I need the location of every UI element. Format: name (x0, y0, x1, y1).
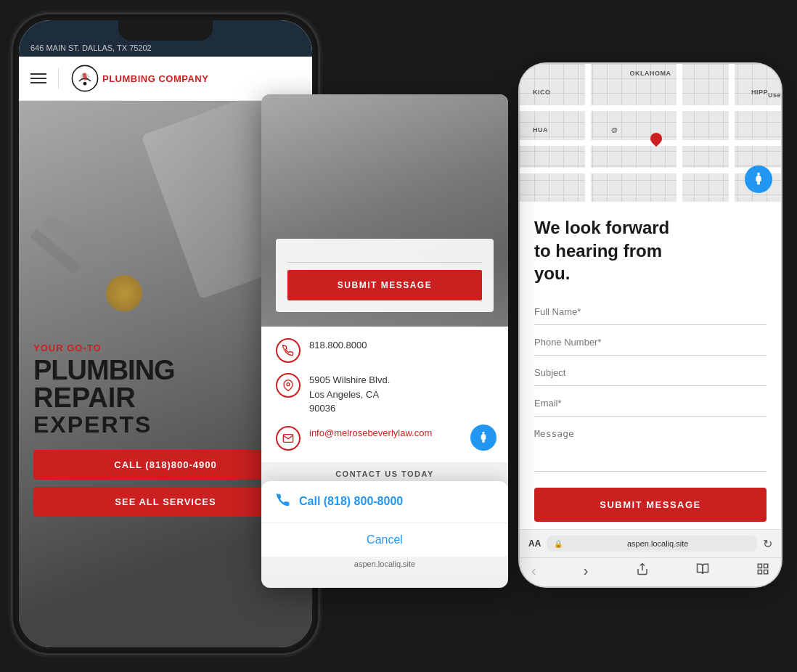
call-sheet-row[interactable]: Call (818) 800-8000 (261, 481, 508, 523)
middle-card: SUBMIT MESSAGE 818.800.8000 5905 Wilshir… (261, 94, 508, 588)
phone-input[interactable] (534, 329, 767, 356)
middle-submit-btn[interactable]: SUBMIT MESSAGE (287, 270, 482, 300)
tabs-icon[interactable] (756, 562, 769, 579)
road-v2 (677, 64, 682, 202)
contact-label: CONTACT US TODAY (261, 462, 508, 481)
svg-rect-8 (764, 564, 767, 567)
back-icon[interactable]: ‹ (531, 562, 536, 579)
right-heading: We look forward to hearing from you. (534, 216, 767, 284)
url-bar-mid: aspen.localiq.site (261, 557, 508, 571)
contact-section: 818.800.8000 5905 Wilshire Blvd. Los Ang… (261, 327, 508, 462)
book-icon[interactable] (696, 562, 709, 579)
accessibility-btn-mid[interactable] (470, 425, 496, 451)
hero-title-line1: PLUMBING (33, 356, 298, 384)
hero-title-line2: REPAIR (33, 384, 298, 411)
call-sheet: Call (818) 800-8000 Cancel (261, 481, 508, 557)
svg-point-5 (757, 173, 760, 176)
road-h1 (520, 105, 781, 111)
location-icon-circle (276, 373, 301, 398)
map-label-oklahoma: OKLAHOMA (630, 70, 671, 77)
email-contact-row: info@melrosebeverlylaw.com (276, 426, 494, 451)
phone-contact-row: 818.800.8000 (276, 338, 494, 363)
logo-area: PLUMBING COMPANY (70, 64, 208, 93)
right-form: We look forward to hearing from you. SUB… (520, 202, 781, 529)
url-box[interactable]: 🔒 aspen.localiq.site (547, 536, 757, 552)
services-button[interactable]: SEE ALL SERVICES (33, 487, 298, 517)
svg-rect-10 (764, 570, 767, 574)
message-input[interactable] (534, 421, 767, 472)
logo-icon (70, 64, 99, 93)
reload-icon[interactable]: ↻ (763, 537, 772, 551)
map-label-kico: KICO (533, 89, 551, 96)
address-text: 5905 Wilshire Blvd. Los Angeles, CA 9003… (309, 373, 390, 416)
svg-rect-7 (758, 564, 761, 567)
nav-divider (58, 67, 59, 89)
road-v3 (729, 64, 735, 202)
call-sheet-number[interactable]: Call (818) 800-8000 (299, 495, 403, 508)
svg-point-2 (83, 82, 87, 86)
map-area: OKLAHOMA KICO HIPP HUA @ Use (520, 64, 781, 202)
logo-text: PLUMBING COMPANY (102, 73, 208, 84)
url-text: aspen.localiq.site (565, 539, 750, 548)
svg-rect-9 (758, 570, 761, 574)
map-label-hua: HUA (533, 126, 548, 134)
svg-point-4 (482, 431, 484, 433)
subject-input[interactable] (534, 360, 767, 386)
right-phone: OKLAHOMA KICO HIPP HUA @ Use We look for… (520, 64, 781, 586)
share-icon[interactable] (636, 562, 649, 579)
full-name-input[interactable] (534, 299, 767, 325)
cancel-row[interactable]: Cancel (261, 523, 508, 557)
right-submit-btn[interactable]: SUBMIT MESSAGE (534, 488, 767, 522)
browser-bar: AA 🔒 aspen.localiq.site ↻ (520, 529, 781, 557)
call-sheet-phone-icon (276, 493, 290, 511)
map-label-at: @ (611, 126, 618, 134)
forward-icon[interactable]: › (584, 562, 589, 579)
call-button[interactable]: CALL (818)800-4900 (33, 450, 298, 480)
address-contact-row: 5905 Wilshire Blvd. Los Angeles, CA 9003… (276, 373, 494, 416)
map-label-use: Use (768, 91, 781, 99)
email-icon-circle (276, 426, 301, 451)
phone-notch (118, 20, 213, 41)
lock-icon: 🔒 (554, 540, 563, 548)
form-in-image: SUBMIT MESSAGE (276, 239, 494, 312)
map-grid (520, 64, 781, 202)
phone-icon-circle (276, 338, 301, 363)
phone-text: 818.800.8000 (309, 338, 367, 353)
road-v1 (585, 64, 591, 202)
address-text: 646 MAIN ST. DALLAS, TX 75202 (30, 44, 152, 52)
aa-label[interactable]: AA (528, 538, 541, 549)
hamburger-icon[interactable] (30, 73, 46, 83)
email-text: info@melrosebeverlylaw.com (309, 426, 432, 441)
hero-subtitle: YOUR GO-TO (33, 343, 298, 353)
map-label-hipp: HIPP (751, 89, 768, 96)
middle-top-image: SUBMIT MESSAGE (261, 94, 508, 327)
svg-point-3 (287, 383, 290, 386)
hero-title-line3: EXPERTS (33, 411, 298, 438)
bottom-nav: ‹ › (520, 557, 781, 586)
road-h3 (520, 168, 781, 173)
bolt-circle (106, 275, 142, 311)
email-input[interactable] (534, 390, 767, 417)
